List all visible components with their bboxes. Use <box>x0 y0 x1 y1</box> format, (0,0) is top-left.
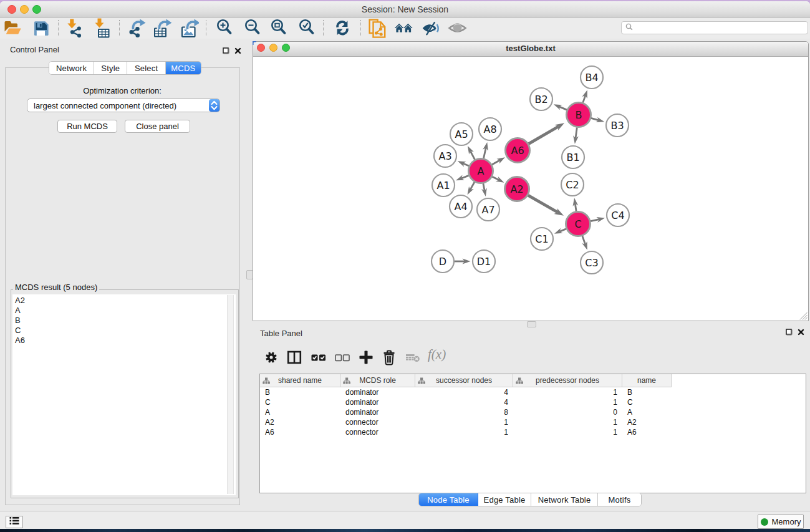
table-cell[interactable]: A2 <box>260 417 340 427</box>
open-session-icon[interactable] <box>2 18 22 38</box>
refresh-icon[interactable] <box>332 18 352 38</box>
zoom-selected-icon[interactable] <box>297 18 317 38</box>
graph-edge-C-C4[interactable] <box>591 220 599 221</box>
table-cell[interactable]: 1 <box>415 417 513 427</box>
tab-motifs[interactable]: Motifs <box>598 493 641 506</box>
tab-network[interactable]: Network <box>49 62 94 74</box>
graph-edge-A-A1[interactable] <box>461 175 469 178</box>
table-cell[interactable]: B <box>260 387 340 397</box>
zoom-in-icon[interactable] <box>215 18 234 38</box>
add-icon[interactable] <box>358 349 374 365</box>
table-cell[interactable]: 8 <box>415 407 513 417</box>
table-row[interactable]: Adominator80A <box>260 407 806 417</box>
table-cell[interactable]: C <box>260 397 340 407</box>
graph-edge-A-A6[interactable] <box>492 160 500 165</box>
import-table-icon[interactable] <box>94 18 114 38</box>
column-header-predecessor-nodes[interactable]: predecessor nodes <box>513 374 622 387</box>
graph-edge-A-A8[interactable] <box>483 148 486 158</box>
table-cell[interactable]: 1 <box>415 427 513 437</box>
table-cell[interactable]: A6 <box>260 427 340 437</box>
tab-style[interactable]: Style <box>94 62 127 74</box>
graph-edge-A6-B[interactable] <box>529 127 559 144</box>
tab-mcds[interactable]: MCDS <box>166 62 201 74</box>
tab-select[interactable]: Select <box>127 62 165 74</box>
close-panel-icon[interactable] <box>798 327 804 338</box>
graph-edge-A-A4[interactable] <box>470 182 475 190</box>
table-cell[interactable]: C <box>622 397 672 407</box>
run-mcds-button[interactable]: Run MCDS <box>57 120 117 133</box>
table-row[interactable]: Cdominator41C <box>260 397 806 407</box>
copy-share-icon[interactable] <box>368 18 388 38</box>
tab-edge-table[interactable]: Edge Table <box>478 493 531 506</box>
graph-edge-C-C1[interactable] <box>560 229 567 231</box>
result-list-scrollbar[interactable] <box>227 295 234 494</box>
table-cell[interactable]: 1 <box>513 387 622 397</box>
table-cell[interactable]: 1 <box>513 427 622 437</box>
table-row[interactable]: Bdominator41B <box>260 387 806 397</box>
trash-icon[interactable] <box>381 349 397 365</box>
hide-eye-icon[interactable] <box>422 18 441 38</box>
table-cell[interactable]: dominator <box>340 387 415 397</box>
network-canvas[interactable]: B4B2BB3A5A8A6A3B1AA1C2A2A4A7C4CC1C3DD1 <box>253 57 808 321</box>
table-cell[interactable]: 1 <box>513 417 622 427</box>
window-titlebar[interactable]: Session: New Session <box>0 1 810 18</box>
graph-edge-C-C2[interactable] <box>575 204 576 211</box>
resize-grip-icon[interactable] <box>799 312 808 320</box>
column-header-name[interactable]: name <box>622 374 672 387</box>
graph-edge-C-C3[interactable] <box>582 236 586 244</box>
close-panel-icon[interactable] <box>234 46 241 57</box>
table-row[interactable]: A2connector11A2 <box>260 417 806 427</box>
export-table-icon[interactable] <box>152 18 171 38</box>
save-session-icon[interactable] <box>33 18 53 38</box>
memory-button[interactable]: Memory <box>758 515 804 529</box>
graph-edge-A-A3[interactable] <box>463 163 469 166</box>
graph-edge-A-A7[interactable] <box>483 183 485 191</box>
table-cell[interactable]: A2 <box>622 417 672 427</box>
show-eye-icon[interactable] <box>448 18 468 38</box>
mcds-result-item[interactable]: A <box>12 306 236 316</box>
graph-edge-B-B4[interactable] <box>583 95 586 103</box>
checked-boxes-icon[interactable] <box>311 349 327 365</box>
tab-node-table[interactable]: Node Table <box>419 493 478 506</box>
mcds-result-item[interactable]: C <box>12 326 236 336</box>
home-icon[interactable] <box>394 18 414 38</box>
export-image-icon[interactable] <box>179 18 199 38</box>
search-input[interactable] <box>621 21 808 34</box>
table-cell[interactable]: 1 <box>513 397 622 407</box>
table-cell[interactable]: 4 <box>415 397 513 407</box>
graph-edge-B-B1[interactable] <box>576 127 577 138</box>
table-cell[interactable]: dominator <box>340 407 415 417</box>
graph-edge-A2-C[interactable] <box>528 195 558 212</box>
table-cell[interactable]: 4 <box>415 387 513 397</box>
split-column-icon[interactable] <box>286 349 302 365</box>
column-header-successor-nodes[interactable]: successor nodes <box>415 374 513 387</box>
table-cell[interactable]: connector <box>340 427 415 437</box>
mcds-result-item[interactable]: B <box>12 316 236 326</box>
table-cell[interactable]: A <box>260 407 340 417</box>
mcds-result-item[interactable]: A6 <box>12 336 236 346</box>
mcds-result-list[interactable]: A2ABCA6 <box>12 294 236 495</box>
graph-edge-A-A5[interactable] <box>470 151 475 160</box>
import-network-icon[interactable] <box>65 18 85 38</box>
close-panel-button[interactable]: Close panel <box>125 120 190 133</box>
float-panel-icon[interactable] <box>786 327 793 338</box>
column-header-MCDS-role[interactable]: MCDS role <box>340 374 415 387</box>
graph-edge-B-B3[interactable] <box>591 118 599 120</box>
graph-edge-A-A2[interactable] <box>492 177 499 180</box>
table-cell[interactable]: dominator <box>340 397 415 407</box>
unchecked-boxes-icon[interactable] <box>334 349 350 365</box>
table-cell[interactable]: B <box>622 387 672 397</box>
tab-network-table[interactable]: Network Table <box>531 493 598 506</box>
float-panel-icon[interactable] <box>223 46 229 57</box>
zoom-out-icon[interactable] <box>243 18 263 38</box>
export-network-icon[interactable] <box>128 18 148 38</box>
mcds-result-item[interactable]: A2 <box>12 296 236 306</box>
optimization-criterion-select[interactable]: largest connected component (directed) <box>27 99 220 112</box>
table-cell[interactable]: A <box>622 407 672 417</box>
network-window-titlebar[interactable]: testGlobe.txt <box>253 42 808 57</box>
column-header-shared-name[interactable]: shared name <box>260 374 340 387</box>
graph-edge-B-B2[interactable] <box>559 107 567 110</box>
table-row[interactable]: A6connector11A6 <box>260 427 806 437</box>
table-cell[interactable]: A6 <box>622 427 672 437</box>
show-hide-panels-button[interactable] <box>6 516 23 528</box>
